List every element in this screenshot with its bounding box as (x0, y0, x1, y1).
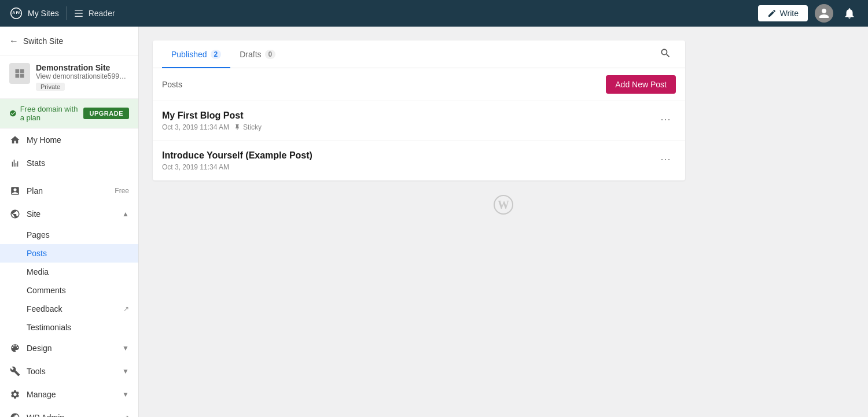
wordpress-icon (9, 6, 23, 20)
pages-label: Pages (27, 230, 50, 239)
post-title[interactable]: Introduce Yourself (Example Post) (162, 150, 312, 161)
switch-site-button[interactable]: ← Switch Site (0, 27, 138, 56)
wp-admin-icon (9, 412, 21, 417)
avatar-icon (818, 8, 830, 19)
free-domain-bar: Free domain with a plan UPGRADE (0, 99, 138, 128)
post-date: Oct 3, 2019 11:34 AM (162, 163, 229, 171)
comments-label: Comments (27, 286, 66, 295)
sticky-label: Sticky (243, 123, 262, 131)
bell-icon (843, 7, 856, 20)
design-icon (9, 342, 21, 354)
site-label: Site (27, 209, 41, 219)
posts-toolbar: Posts Add New Post (153, 68, 685, 101)
wp-footer: W (153, 180, 854, 229)
tab-published[interactable]: Published 2 (162, 40, 230, 68)
free-domain-text: Free domain with a plan (20, 105, 84, 122)
published-tab-count: 2 (211, 50, 222, 59)
sidebar-item-feedback[interactable]: Feedback ↗ (0, 300, 138, 318)
plan-label: Plan (27, 186, 43, 195)
post-title[interactable]: My First Blog Post (162, 110, 262, 121)
sidebar-item-my-home[interactable]: My Home (0, 128, 138, 152)
nav-item-left: Design (9, 342, 52, 354)
free-domain-left: Free domain with a plan (9, 105, 83, 122)
sidebar-item-site[interactable]: Site ▲ (0, 202, 138, 226)
nav-item-left: Site (9, 208, 41, 220)
post-info: My First Blog Post Oct 3, 2019 11:34 AM … (162, 110, 262, 131)
sidebar: ← Switch Site Demonstration Site View de… (0, 27, 139, 417)
site-icon (9, 63, 30, 84)
drafts-tab-label: Drafts (240, 50, 261, 59)
posts-label: Posts (27, 249, 47, 258)
plan-icon (9, 185, 21, 197)
nav-item-left: WP Admin (9, 412, 64, 417)
post-more-actions-button[interactable]: ⋯ (656, 150, 676, 168)
site-info: Demonstration Site View demonstrationsit… (0, 56, 138, 99)
wp-footer-logo: W (493, 194, 514, 215)
sidebar-item-media[interactable]: Media (0, 263, 138, 281)
sidebar-item-stats[interactable]: Stats (0, 152, 138, 175)
stats-label: Stats (27, 158, 45, 168)
tab-drafts[interactable]: Drafts 0 (230, 40, 285, 68)
sidebar-item-testimonials[interactable]: Testimonials (0, 318, 138, 337)
reader-button[interactable]: Reader (73, 8, 115, 19)
published-tab-label: Published (171, 50, 207, 59)
reader-label: Reader (89, 9, 115, 18)
sidebar-item-manage[interactable]: Manage ▼ (0, 383, 138, 406)
sidebar-item-wp-admin[interactable]: WP Admin ↗ (0, 406, 138, 417)
main-layout: ← Switch Site Demonstration Site View de… (0, 27, 868, 417)
manage-label: Manage (27, 390, 56, 399)
reader-icon (73, 8, 84, 19)
topbar: My Sites Reader Write (0, 0, 868, 27)
sidebar-item-plan[interactable]: Plan Free (0, 179, 138, 202)
sidebar-item-design[interactable]: Design ▼ (0, 337, 138, 360)
nav-item-left: Stats (9, 157, 45, 169)
sticky-badge: Sticky (234, 123, 262, 131)
private-badge: Private (36, 83, 65, 91)
table-row: My First Blog Post Oct 3, 2019 11:34 AM … (153, 101, 685, 141)
user-avatar[interactable] (815, 4, 833, 23)
write-icon (767, 9, 777, 18)
nav-item-left: Tools (9, 366, 46, 377)
post-more-actions-button[interactable]: ⋯ (656, 110, 676, 128)
write-label: Write (780, 9, 799, 18)
sidebar-item-tools[interactable]: Tools ▼ (0, 360, 138, 383)
svg-text:W: W (498, 198, 509, 211)
grid-icon (14, 68, 25, 79)
design-chevron-icon: ▼ (122, 344, 129, 352)
search-posts-button[interactable] (655, 43, 676, 66)
testimonials-label: Testimonials (27, 323, 71, 332)
search-icon (660, 47, 671, 59)
tabs-bar: Published 2 Drafts 0 (153, 40, 685, 68)
site-name: Demonstration Site (36, 63, 129, 72)
my-sites-button[interactable]: My Sites (9, 6, 59, 20)
add-new-post-button[interactable]: Add New Post (606, 75, 676, 94)
post-meta: Oct 3, 2019 11:34 AM (162, 163, 312, 171)
design-label: Design (27, 344, 52, 353)
media-label: Media (27, 267, 49, 276)
topbar-left: My Sites Reader (9, 6, 115, 20)
posts-card: Published 2 Drafts 0 Posts Add (153, 40, 685, 180)
notifications-button[interactable] (840, 4, 859, 23)
sidebar-item-comments[interactable]: Comments (0, 281, 138, 300)
home-icon (9, 134, 21, 146)
posts-section-label: Posts (162, 80, 182, 89)
nav-item-left: Plan (9, 185, 43, 197)
my-sites-label: My Sites (28, 9, 59, 18)
wp-admin-external-icon: ↗ (123, 414, 129, 417)
wp-admin-label: WP Admin (27, 413, 64, 417)
site-nav-icon (9, 208, 21, 220)
upgrade-button[interactable]: UPGRADE (83, 108, 129, 119)
back-arrow-icon: ← (9, 36, 19, 46)
post-info: Introduce Yourself (Example Post) Oct 3,… (162, 150, 312, 171)
topbar-divider (66, 6, 67, 20)
drafts-tab-count: 0 (265, 50, 276, 59)
circle-check-icon (9, 109, 17, 118)
stats-icon (9, 157, 21, 169)
plan-badge: Free (115, 187, 129, 195)
write-button[interactable]: Write (758, 5, 808, 21)
sidebar-item-pages[interactable]: Pages (0, 226, 138, 244)
sidebar-item-posts[interactable]: Posts (0, 244, 138, 263)
tools-label: Tools (27, 367, 46, 376)
nav-item-left: My Home (9, 134, 61, 146)
feedback-label: Feedback (27, 304, 62, 313)
